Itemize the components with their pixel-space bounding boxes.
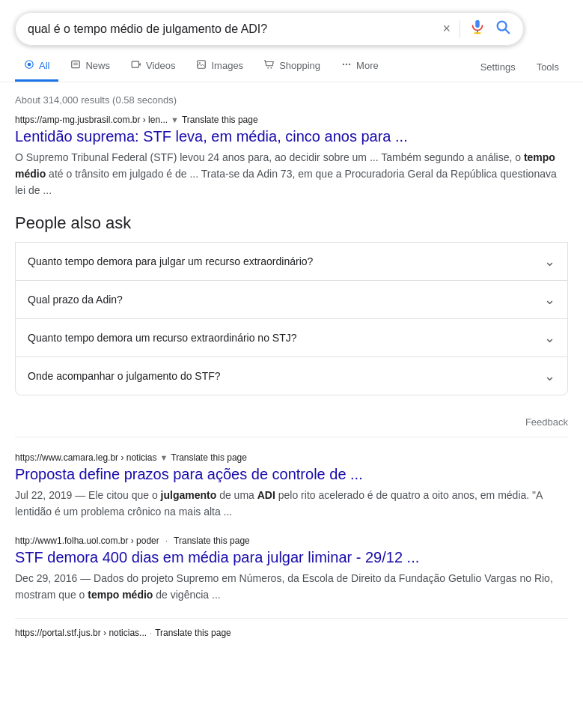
feedback-button[interactable]: Feedback <box>525 416 568 428</box>
news-icon <box>70 59 81 72</box>
feedback-row: Feedback <box>15 410 568 437</box>
translate-arrow-2: ▼ <box>159 453 168 462</box>
svg-point-13 <box>200 62 201 64</box>
svg-line-4 <box>505 29 509 33</box>
svg-point-17 <box>346 64 347 65</box>
tab-more[interactable]: More <box>332 52 388 82</box>
result-title-3[interactable]: STF demora 400 dias em média para julgar… <box>15 547 568 567</box>
paa-question-1: Qual prazo da Adin? <box>28 294 123 306</box>
result-snippet-2: Jul 22, 2019 — Ele citou que o julgament… <box>15 487 568 520</box>
mic-icon[interactable] <box>469 19 486 39</box>
svg-point-15 <box>271 67 272 69</box>
svg-point-16 <box>343 64 344 65</box>
tab-all-label: All <box>39 60 49 71</box>
nav-right-items: Settings Tools <box>471 54 568 80</box>
search-button[interactable] <box>495 19 511 39</box>
images-icon <box>196 59 207 72</box>
translate-link-2[interactable]: Translate this page <box>171 452 247 463</box>
paa-section: People also ask Quanto tempo demora para… <box>15 213 568 395</box>
tab-images[interactable]: Images <box>187 52 252 82</box>
tab-shopping[interactable]: Shopping <box>255 52 329 82</box>
tab-images-label: Images <box>211 60 243 71</box>
clear-icon[interactable]: × <box>442 21 451 37</box>
chevron-down-icon-0: ⌄ <box>544 253 555 270</box>
paa-item-2[interactable]: Quanto tempo demora um recurso extraordi… <box>15 318 568 357</box>
divider-icon <box>460 20 460 38</box>
result-url-4: https://portal.stf.jus.br › noticias... … <box>15 628 568 638</box>
tab-more-label: More <box>356 60 379 71</box>
paa-title: People also ask <box>15 213 568 233</box>
result-snippet-1: O Supremo Tribunal Federal (STF) levou 2… <box>15 149 568 198</box>
tab-news[interactable]: News <box>61 52 119 82</box>
all-icon <box>24 59 34 72</box>
search-input[interactable] <box>28 22 442 36</box>
result-url-2: https://www.camara.leg.br › noticias ▼ T… <box>15 452 568 463</box>
svg-point-6 <box>28 63 31 67</box>
result-url-text-4: https://portal.stf.jus.br › noticias... <box>15 628 147 638</box>
result-url-text-1: https://amp-mg.jusbrasil.com.br › len... <box>15 115 168 125</box>
dot-separator: · <box>165 536 168 546</box>
result-url-text-3: http://www1.folha.uol.com.br › poder <box>15 536 159 546</box>
paa-item-3[interactable]: Onde acompanhar o julgamento do STF? ⌄ <box>15 357 568 395</box>
chevron-down-icon-3: ⌄ <box>544 368 555 384</box>
result-item-1: https://amp-mg.jusbrasil.com.br › len...… <box>15 115 568 198</box>
svg-rect-10 <box>132 61 138 67</box>
chevron-down-icon-2: ⌄ <box>544 330 555 346</box>
results-container: About 314,000 results (0.58 seconds) htt… <box>0 82 583 638</box>
search-bar-icons: × <box>442 19 511 39</box>
svg-point-14 <box>268 67 269 69</box>
result-item-2: https://www.camara.leg.br › noticias ▼ T… <box>15 452 568 520</box>
paa-item-0[interactable]: Quanto tempo demora para julgar um recur… <box>15 242 568 280</box>
paa-question-0: Quanto tempo demora para julgar um recur… <box>28 255 313 267</box>
nav-tabs: All News Videos Images Shopping More Set… <box>0 46 583 82</box>
result-url-text-2: https://www.camara.leg.br › noticias <box>15 452 156 463</box>
videos-icon <box>131 59 141 72</box>
result-title-2[interactable]: Proposta define prazos para ações de con… <box>15 464 568 484</box>
chevron-down-icon-1: ⌄ <box>544 291 555 308</box>
results-stats: About 314,000 results (0.58 seconds) <box>15 88 568 115</box>
result-item-3: http://www1.folha.uol.com.br › poder · T… <box>15 536 568 603</box>
svg-rect-0 <box>475 20 480 28</box>
result-item-4-partial: https://portal.stf.jus.br › noticias... … <box>15 618 568 638</box>
paa-item-1[interactable]: Qual prazo da Adin? ⌄ <box>15 280 568 318</box>
settings-link[interactable]: Settings <box>471 54 525 80</box>
result-snippet-3: Dec 29, 2016 — Dados do projeto Supremo … <box>15 570 568 603</box>
svg-rect-12 <box>198 61 206 69</box>
tab-videos[interactable]: Videos <box>122 52 185 82</box>
tab-all[interactable]: All <box>15 52 58 82</box>
paa-question-3: Onde acompanhar o julgamento do STF? <box>28 370 221 382</box>
result-url-1: https://amp-mg.jusbrasil.com.br › len...… <box>15 115 568 125</box>
result-title-1[interactable]: Lentidão suprema: STF leva, em média, ci… <box>15 127 568 146</box>
translate-arrow-1: ▼ <box>171 115 179 124</box>
translate-link-1[interactable]: Translate this page <box>182 115 258 125</box>
search-bar-container: × <box>0 0 583 46</box>
svg-point-18 <box>349 64 350 65</box>
more-dots-icon <box>341 59 352 72</box>
translate-link-4[interactable]: Translate this page <box>155 628 231 638</box>
result-url-3: http://www1.folha.uol.com.br › poder · T… <box>15 536 568 546</box>
paa-question-2: Quanto tempo demora um recurso extraordi… <box>28 332 297 344</box>
translate-arrow-4: · <box>150 628 152 637</box>
tab-videos-label: Videos <box>146 60 176 71</box>
search-bar: × <box>15 12 524 46</box>
tab-shopping-label: Shopping <box>279 60 320 71</box>
tools-link[interactable]: Tools <box>528 54 568 80</box>
tab-news-label: News <box>85 60 110 71</box>
shopping-icon <box>264 59 275 72</box>
svg-rect-7 <box>72 61 80 67</box>
translate-link-3[interactable]: Translate this page <box>174 536 250 546</box>
